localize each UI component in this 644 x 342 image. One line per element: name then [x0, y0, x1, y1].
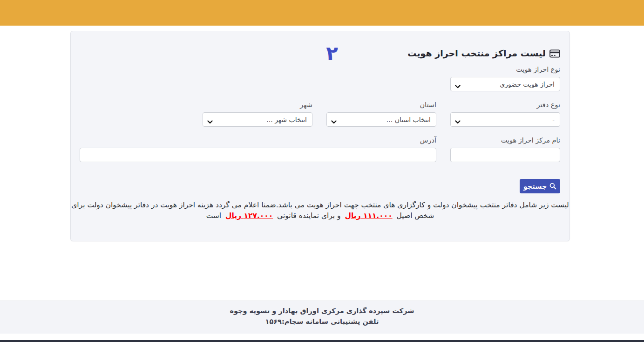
- address-group: آدرس: [80, 137, 436, 162]
- search-button[interactable]: جستجو: [520, 179, 560, 193]
- auth-type-selected-value: احراز هویت حضوری: [464, 81, 555, 88]
- search-icon: [549, 183, 556, 190]
- address-label: آدرس: [80, 137, 436, 144]
- search-button-label: جستجو: [523, 183, 547, 190]
- province-selected-value: انتخاب استان ...: [340, 116, 431, 123]
- province-label: استان: [326, 101, 436, 109]
- fee-notice-line1: لیست زیر شامل دفاتر منتخب پیشخوان دولت و…: [71, 200, 569, 211]
- chevron-down-icon: [455, 118, 461, 125]
- city-selected-value: انتخاب شهر ...: [216, 116, 307, 123]
- page-title: لیست مراکز منتخب احراز هویت: [407, 48, 546, 58]
- page-footer: شرکت سپرده گذاری مرکزی اوراق بهادار و تس…: [0, 301, 644, 334]
- fee-notice-prefix: شخص اصیل: [397, 212, 434, 220]
- card-title-row: لیست مراکز منتخب احراز هویت: [407, 48, 560, 58]
- center-name-label: نام مرکز احراز هویت: [450, 137, 560, 144]
- center-name-group: نام مرکز احراز هویت: [450, 137, 560, 162]
- credit-card-icon: [549, 49, 560, 58]
- fee-notice-suffix: است: [206, 212, 222, 220]
- city-group: شهر انتخاب شهر ...: [203, 101, 312, 127]
- office-type-selected-value: -: [464, 116, 555, 123]
- city-label: شهر: [203, 101, 312, 109]
- bottom-edge-strip: [0, 340, 644, 342]
- chevron-down-icon: [455, 82, 461, 90]
- province-select[interactable]: انتخاب استان ...: [326, 112, 436, 127]
- auth-type-label: نوع احراز هویت: [450, 66, 560, 73]
- fee-notice-middle: و برای نماینده قانونی: [277, 212, 341, 220]
- city-select[interactable]: انتخاب شهر ...: [203, 112, 312, 127]
- auth-type-select[interactable]: احراز هویت حضوری: [450, 77, 560, 91]
- address-input[interactable]: [80, 148, 436, 162]
- center-name-input[interactable]: [450, 148, 560, 162]
- footer-company-name: شرکت سپرده گذاری مرکزی اوراق بهادار و تس…: [0, 307, 644, 315]
- fee-notice: لیست زیر شامل دفاتر منتخب پیشخوان دولت و…: [71, 200, 569, 221]
- office-type-select[interactable]: -: [450, 112, 560, 127]
- top-navbar: [0, 0, 644, 26]
- office-type-group: نوع دفتر -: [450, 101, 560, 127]
- fee-representative-amount: ۱۲۷.۰۰۰ ریال: [225, 212, 273, 220]
- auth-centers-card: لیست مراکز منتخب احراز هویت ۲ نوع احراز …: [70, 31, 570, 241]
- step-number: ۲: [319, 42, 345, 65]
- province-group: استان انتخاب استان ...: [326, 101, 436, 127]
- chevron-down-icon: [207, 118, 213, 125]
- chevron-down-icon: [331, 118, 337, 125]
- footer-support-phone: تلفن پشتیبانی سامانه سجام:۱۵۶۹: [0, 318, 644, 325]
- fee-notice-line2: شخص اصیل ۱۱۱.۰۰۰ ریال و برای نماینده قان…: [71, 211, 569, 221]
- fee-person-amount: ۱۱۱.۰۰۰ ریال: [345, 212, 393, 220]
- office-type-label: نوع دفتر: [450, 101, 560, 109]
- auth-type-group: نوع احراز هویت احراز هویت حضوری: [450, 66, 560, 91]
